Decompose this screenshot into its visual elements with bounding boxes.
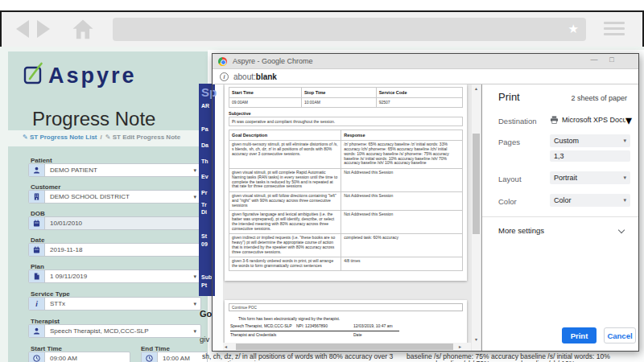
print-preview-pane: Start Time Stop Time Service Code 09:00A… xyxy=(223,84,481,351)
layout-select[interactable]: Portrait ▾ xyxy=(550,171,630,184)
chevron-down-icon[interactable] xyxy=(618,227,625,233)
dob-field: 10/01/2010 xyxy=(28,216,201,230)
pages-custom-input[interactable]: 1,3 xyxy=(550,150,630,162)
calendar-icon xyxy=(29,244,45,256)
therapist-npi: NPI: 1234567890 xyxy=(296,323,328,328)
breadcrumb-edit-link[interactable]: ✎ ST Edit Progress Note xyxy=(105,134,180,141)
scroll-left-icon[interactable]: ◂ xyxy=(225,343,227,349)
vertical-scroll-thumb[interactable] xyxy=(473,134,480,234)
goal-row: given figurative language and lexical am… xyxy=(229,210,463,233)
sidebar-header: Aspyre Progress Note xyxy=(8,51,208,130)
signature-block: This form has been electronically signed… xyxy=(229,314,463,341)
printer-icon xyxy=(550,113,559,127)
signature-datetime: 12/03/2019, 10:47 am xyxy=(353,323,393,328)
window-top-strip xyxy=(0,0,644,10)
edit-icon: ✎ xyxy=(23,134,28,141)
breadcrumb: ✎ ST Progress Note List/✎ ST Edit Progre… xyxy=(23,134,180,141)
service-type-select[interactable]: i STTx ▾ xyxy=(28,297,201,311)
goal-row: given visual stimuli, pt will follow dir… xyxy=(229,191,463,210)
therapist-credentials-label: Therapist and Credentials xyxy=(230,332,276,337)
session-time-table: Start Time Stop Time Service Code 09:00A… xyxy=(229,87,463,108)
subjective-label: Subjective xyxy=(229,111,463,116)
logo-text: Aspyre xyxy=(48,64,137,88)
bookmark-star-icon[interactable]: ★ xyxy=(568,22,579,36)
file-icon xyxy=(29,270,45,282)
pages-label: Pages xyxy=(498,138,520,146)
color-label: Color xyxy=(498,197,517,206)
chevron-down-icon: ▾ xyxy=(625,113,632,128)
signed-note: This form has been electronically signed… xyxy=(238,316,340,321)
goal-header-partial: Go xyxy=(200,309,212,319)
home-icon[interactable] xyxy=(71,18,95,45)
pages-select[interactable]: Custom ▾ xyxy=(550,134,630,147)
start-time-field[interactable]: 09:00 AM xyxy=(28,352,130,362)
scroll-down-icon[interactable]: ▾ xyxy=(472,336,481,342)
page-title: Progress Note xyxy=(32,108,155,130)
menu-icon[interactable] xyxy=(604,22,625,39)
minimize-button[interactable]: — xyxy=(588,56,600,64)
goal-row: given multi-sensory stimuli, pt will eli… xyxy=(229,140,463,168)
destination-label: Destination xyxy=(498,117,537,125)
url-host: blank xyxy=(256,72,277,81)
chrome-icon xyxy=(218,57,227,66)
user-icon xyxy=(29,325,45,337)
building-icon xyxy=(29,191,45,203)
chevron-down-icon: ▾ xyxy=(623,175,626,181)
patient-select[interactable]: DEMO PATIENT ▾ xyxy=(28,163,201,177)
print-settings-panel: Print 2 sheets of paper Destination Micr… xyxy=(481,84,638,351)
popup-address-bar[interactable]: i about:blank xyxy=(213,69,638,84)
chevron-down-icon: ▾ xyxy=(623,138,626,144)
aspyre-logo: Aspyre xyxy=(23,61,137,90)
print-button[interactable]: Print xyxy=(562,327,597,343)
plan-select[interactable]: 1 09/11/2019 ▾ xyxy=(28,269,201,283)
clock-icon xyxy=(142,352,158,362)
print-dialog-title: Print xyxy=(498,91,520,103)
date-field[interactable]: 2019-11-18 xyxy=(28,243,201,257)
signature-line xyxy=(230,331,399,331)
settings-divider xyxy=(482,216,638,217)
goal-text-partial: giv xyxy=(200,335,209,343)
customer-select[interactable]: DEMO SCHOOL DISTRICT ▾ xyxy=(28,190,201,204)
chevron-down-icon: ▾ xyxy=(193,328,200,335)
url-scheme: about: xyxy=(233,72,256,81)
preview-vertical-scrollbar[interactable]: ▴ ▾ xyxy=(472,84,481,351)
print-dialog-window: Aspyre - Google Chrome — □ i about:blank… xyxy=(212,53,639,352)
chevron-down-icon: ▾ xyxy=(623,197,626,204)
goal-row: given 3-6 randomly ordered words in prin… xyxy=(229,257,463,271)
breadcrumb-list-link[interactable]: ✎ ST Progress Note List xyxy=(23,134,97,141)
page-info-icon[interactable]: i xyxy=(220,72,229,81)
edit-icon: ✎ xyxy=(105,134,111,141)
more-settings[interactable]: More settings xyxy=(498,226,544,235)
preview-page-2: Continue POC This form has been electron… xyxy=(225,300,467,343)
scroll-right-icon[interactable]: ▸ xyxy=(459,343,461,349)
scroll-up-icon[interactable]: ▴ xyxy=(472,85,481,91)
maximize-button[interactable]: □ xyxy=(606,56,617,64)
clock-icon xyxy=(29,352,45,362)
breadcrumb-separator: / xyxy=(97,134,105,141)
pencil-logo-icon xyxy=(23,61,47,90)
horizontal-scroll-thumb[interactable] xyxy=(236,343,453,350)
calendar-icon xyxy=(29,217,45,229)
info-icon: i xyxy=(29,298,45,310)
window-title: Aspyre - Google Chrome xyxy=(233,57,313,65)
address-bar[interactable]: ★ xyxy=(113,18,586,41)
forward-icon[interactable] xyxy=(37,20,50,38)
therapist-name: Speech Therapist, MCD,CCC-SLP xyxy=(230,323,292,328)
user-icon xyxy=(29,164,45,176)
color-select[interactable]: Color ▾ xyxy=(550,194,630,207)
goal-row: given visual stimuli, pt will complete R… xyxy=(229,168,463,191)
layout-label: Layout xyxy=(498,175,522,183)
subjective-text: Pt was cooperative and compliant through… xyxy=(229,117,463,126)
goal-row: given indirect or implied requests (i.e.… xyxy=(229,233,463,257)
back-icon[interactable] xyxy=(16,20,29,38)
destination-select[interactable]: Microsoft XPS Docum ▾ xyxy=(550,113,632,126)
therapist-select[interactable]: Speech Therapist, MCD,CCC-SLP ▾ xyxy=(28,324,201,338)
continue-poc-box: Continue POC xyxy=(229,303,463,311)
cancel-button[interactable]: Cancel xyxy=(604,327,636,343)
end-time-field[interactable]: 10:00 AM xyxy=(141,352,208,362)
preview-horizontal-scrollbar[interactable]: ◂ ▸ xyxy=(223,343,471,351)
browser-toolbar: ★ xyxy=(0,10,644,47)
goals-table: Goal Description Response given multi-se… xyxy=(229,130,463,272)
window-title-bar[interactable]: Aspyre - Google Chrome — □ xyxy=(213,54,638,69)
date-label: Date xyxy=(353,332,362,337)
